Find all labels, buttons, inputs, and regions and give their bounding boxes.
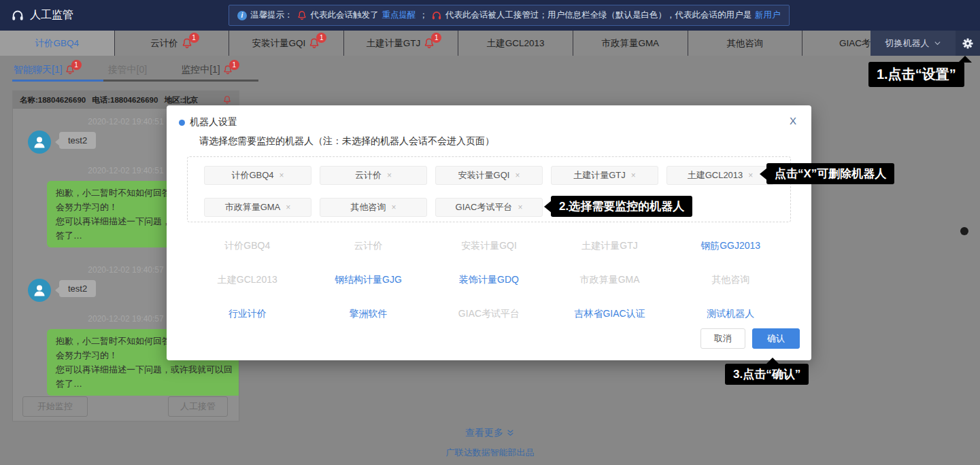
tab-label: 安装计量GQI [252,37,306,50]
robot-option[interactable]: 行业计价 [187,308,308,320]
tab-jijia-gbq4[interactable]: 计价GBQ4 [0,31,115,56]
remove-icon[interactable]: × [391,203,396,212]
modal-title: 机器人设置 [179,116,237,128]
app-brand: 人工监管 [11,0,73,31]
bell-icon [297,10,307,21]
remove-icon[interactable]: × [631,171,636,180]
app-title: 人工监管 [30,8,73,22]
session-subtabs: 智能聊天[1] 1 接管中[0] 监控中[1] 1 [12,61,258,79]
tab-tujian-gcl2013[interactable]: 土建GCL2013 [458,31,573,56]
robot-option[interactable]: GIAC考试平台 [428,308,550,320]
robot-option[interactable]: 云计价 [308,240,429,252]
switch-robot-dropdown[interactable]: 切换机器人 [871,31,956,56]
selected-chip[interactable]: 云计价× [320,166,427,185]
manual-takeover-button[interactable]: 人工接管 [168,396,228,417]
subtab-taken-over[interactable]: 接管中[0] [108,64,148,76]
callout-step3-confirm: 3.点击“确认” [725,364,809,385]
robot-option[interactable]: 吉林省GIAC认证 [550,308,671,320]
user-message-bubble: test2 [59,132,96,149]
chip-label: 其他咨询 [350,201,386,213]
robot-options-grid: 计价GBQ4 云计价 安装计量GQI 土建计量GTJ 钢筋GGJ2013 土建G… [187,229,791,331]
notice-bell-desc: 代表此会话触发了 [311,10,379,21]
subtab-badge: 1 [229,60,239,70]
remove-icon[interactable]: × [748,171,753,180]
modal-subtitle: 请选择您需要监控的机器人（注：未选择的机器人会话不会进入页面） [199,135,494,148]
callout-step1-settings: 1.点击“设置” [868,62,964,87]
user-message-bubble: test2 [59,280,96,297]
remove-icon[interactable]: × [387,171,392,180]
callout-text: 1.点击“设置” [877,65,956,84]
remove-icon[interactable]: × [515,171,520,180]
app-window: 人工监管 i 温馨提示： 代表此会话触发了 重点提醒 ； 代表此会话被人工接管过… [0,0,980,465]
tab-label: 土建GCL2013 [487,37,545,50]
modal-footer: 取消 确认 [700,328,800,349]
close-icon[interactable]: X [790,115,796,126]
tab-shizheng-gma[interactable]: 市政算量GMA [573,31,688,56]
robot-option[interactable]: 市政算量GMA [550,274,671,286]
chevron-down-icon [934,39,941,47]
robot-option[interactable]: 擎洲软件 [308,308,429,320]
remove-icon[interactable]: × [286,203,290,212]
cursor-dot [960,227,968,235]
robot-option[interactable]: 土建计量GTJ [550,240,671,252]
tab-tujian-gtj[interactable]: 土建计量GTJ 1 [344,31,459,56]
selected-chip[interactable]: 计价GBQ4× [204,166,311,185]
selected-chip[interactable]: 土建GCL2013× [666,166,774,185]
notice-banner: i 温馨提示： 代表此会话触发了 重点提醒 ； 代表此会话被人工接管过；用户信息… [229,5,790,26]
chip-label: 安装计量GQI [458,169,510,182]
cancel-button[interactable]: 取消 [700,328,745,349]
tab-qita-zixun[interactable]: 其他咨询 [688,31,803,56]
bell-icon: 1 [65,65,75,75]
avatar [28,279,51,302]
chip-label: GIAC考试平台 [456,201,513,213]
view-more-link[interactable]: 查看更多 [0,427,980,439]
robot-option[interactable]: 钢结构计量GJG [308,274,429,286]
person-icon [31,282,48,298]
headset-icon [11,9,24,22]
notice-tip: 温馨提示： [250,10,293,21]
credit-text: 广联达数据智能部出品 [0,447,980,459]
subtab-smart-chat[interactable]: 智能聊天[1] 1 [14,64,75,76]
tab-badge: 1 [316,33,326,43]
info-icon: i [237,11,247,20]
remove-icon[interactable]: × [518,203,522,212]
tab-anzhuang-gqi[interactable]: 安装计量GQI 1 [229,31,344,56]
robot-tabbar: 计价GBQ4 云计价 1 安装计量GQI 1 土建计量GTJ 1 土建GCL20… [0,31,980,56]
settings-button[interactable] [956,31,980,56]
robot-option[interactable]: 其他咨询 [670,274,791,286]
headset-red-icon [431,10,442,21]
selected-chip[interactable]: 安装计量GQI× [435,166,543,185]
robot-option[interactable]: 计价GBQ4 [187,240,308,252]
chip-label: 土建计量GTJ [573,169,626,182]
tab-label: 市政算量GMA [601,37,659,50]
callout-text: 2.选择需要监控的机器人 [559,199,684,214]
selected-chip[interactable]: GIAC考试平台× [435,198,543,217]
confirm-button[interactable]: 确认 [752,328,800,349]
chat-actions: 开始监控 人工接管 [13,396,239,417]
modal-title-text: 机器人设置 [190,116,237,128]
robot-option[interactable]: 安装计量GQI [428,240,550,252]
tab-yunjijia[interactable]: 云计价 1 [115,31,230,56]
chip-label: 云计价 [355,169,382,182]
subtab-label: 接管中[0] [108,64,148,76]
callout-text: 3.点击“确认” [733,366,800,382]
switch-robot-label: 切换机器人 [885,37,930,50]
selected-chip[interactable]: 土建计量GTJ× [551,166,658,185]
avatar [28,131,51,154]
callout-delete-tip: 点击“X”可删除机器人 [766,163,894,184]
robot-option[interactable]: 测试机器人 [670,308,791,320]
callout-arrow-up [958,56,972,63]
robot-option[interactable]: 土建GCL2013 [187,274,308,286]
robot-option[interactable]: 装饰计量GDQ [428,274,550,286]
view-more-label: 查看更多 [465,427,503,438]
selected-chip[interactable]: 市政算量GMA× [204,198,311,217]
selected-chip[interactable]: 其他咨询× [320,198,427,217]
chip-label: 市政算量GMA [225,201,281,213]
start-monitor-button[interactable]: 开始监控 [22,396,88,417]
subtab-monitoring[interactable]: 监控中[1] 1 [181,64,233,76]
remove-icon[interactable]: × [280,171,284,180]
notice-newuser-link: 新用户 [755,10,781,21]
double-chevron-down-icon [506,428,515,437]
robot-option[interactable]: 钢筋GGJ2013 [670,240,791,252]
callout-arrow-left [760,168,767,180]
